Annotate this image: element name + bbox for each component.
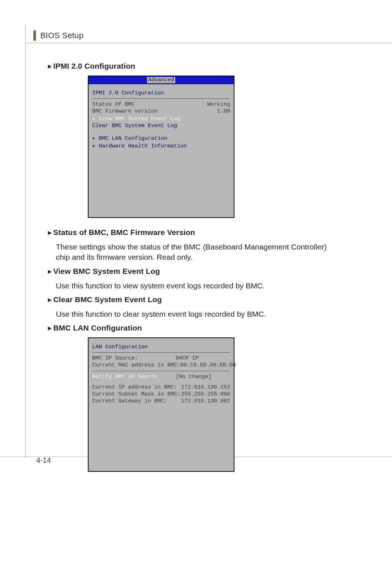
- bios-value-gw: 172.018.130.002: [181, 398, 230, 404]
- bios-label-fw: BMC Firmware version: [92, 108, 158, 114]
- bios-tab-advanced[interactable]: Advanced: [147, 77, 175, 83]
- bios-menu-view-label: View BMC System Event Log: [99, 116, 180, 122]
- divider: [92, 352, 230, 353]
- bios-value-notify: [No change]: [176, 374, 230, 380]
- header-title: BIOS Setup: [40, 31, 83, 40]
- bios-menu-lan-label: BMC LAN Configuration: [99, 135, 167, 142]
- bios-label-mac: Current MAC address in BMC:: [92, 362, 180, 368]
- bios-row-mac: Current MAC address in BMC: 00.C0.DD.00.…: [92, 362, 230, 369]
- triangle-icon: ▸: [48, 62, 52, 70]
- section-desc-status: These settings show the status of the BM…: [56, 242, 332, 263]
- section-title-ipmi-text: IPMI 2.0 Configuration: [53, 62, 135, 70]
- bios-value-src: DHCP IP: [176, 355, 230, 361]
- section-title-status-text: Status of BMC, BMC Firmware Version: [53, 228, 195, 236]
- bios-row-gw: Current Gateway in BMC: 172.018.130.002: [92, 398, 230, 405]
- bios-row-ip: Current IP address in BMC: 172.018.130.2…: [92, 384, 230, 391]
- triangle-icon: ▸: [92, 116, 95, 122]
- bios-row-status: Status Of BMC Working: [92, 101, 230, 108]
- bios-tab-bar: Advanced: [89, 76, 234, 84]
- page-left-rule: [25, 25, 26, 458]
- spacer: [92, 380, 230, 384]
- bios-menu-hw-label: Hardware Health Information: [99, 143, 187, 149]
- header-accent: [33, 31, 36, 41]
- header: BIOS Setup: [33, 31, 83, 41]
- bios-row-notify[interactable]: Notify BMC IP Source [No change]: [92, 373, 230, 380]
- bios-row-src: BMC IP Source: DHCP IP: [92, 355, 230, 362]
- divider: [92, 98, 230, 99]
- section-title-view-text: View BMC System Event Log: [53, 267, 160, 275]
- triangle-icon: ▸: [48, 228, 52, 237]
- bios-menu-hw[interactable]: ▸ Hardware Health Information: [92, 142, 230, 150]
- bios-row-sn: Current Subnet Mask in BMC: 255.255.255.…: [92, 391, 230, 398]
- bios-panel-lan: LAN Configuration BMC IP Source: DHCP IP…: [89, 338, 234, 471]
- section-title-status: ▸Status of BMC, BMC Firmware Version: [48, 228, 374, 237]
- section-title-lan-text: BMC LAN Configuration: [53, 324, 142, 332]
- bios-row-fw: BMC Firmware version 1.08: [92, 108, 230, 115]
- bios-screenshot-lan: LAN Configuration BMC IP Source: DHCP IP…: [88, 337, 234, 472]
- bios-label-notify: Notify BMC IP Source: [92, 374, 158, 380]
- bios-menu-clear[interactable]: Clear BMC System Event Log: [92, 122, 230, 129]
- divider: [92, 371, 230, 371]
- bios-label-status: Status Of BMC: [92, 101, 135, 108]
- bios-value-fw: 1.08: [217, 108, 230, 114]
- bios-value-sn: 255.255.255.000: [181, 391, 230, 397]
- triangle-icon: ▸: [48, 267, 52, 276]
- bios-label-sn: Current Subnet Mask in BMC:: [92, 391, 180, 397]
- triangle-icon: ▸: [48, 324, 52, 332]
- bios-menu-view[interactable]: ▸ View BMC System Event Log: [92, 115, 230, 122]
- bios-panel-title: IPMI 2.0 Configuration: [92, 90, 230, 96]
- section-desc-clear: Use this function to clear system event …: [56, 309, 332, 319]
- bios-label-src: BMC IP Source:: [92, 355, 138, 361]
- triangle-icon: ▸: [92, 143, 95, 149]
- section-title-clear-text: Clear BMC System Event Log: [53, 295, 162, 304]
- page-top-rule: [25, 43, 392, 43]
- section-title-view: ▸View BMC System Event Log: [48, 267, 374, 276]
- triangle-icon: ▸: [92, 135, 95, 142]
- bios-label-ip: Current IP address in BMC:: [92, 384, 177, 390]
- section-title-clear: ▸Clear BMC System Event Log: [48, 295, 374, 304]
- section-title-ipmi: ▸IPMI 2.0 Configuration: [48, 62, 374, 70]
- bios-value-ip: 172.018.130.253: [181, 384, 230, 390]
- bios-value-status: Working: [207, 101, 230, 108]
- section-desc-view: Use this function to view system event l…: [56, 281, 332, 291]
- bios-panel-lan-title: LAN Configuration: [92, 344, 230, 350]
- page-number: 4-14: [36, 456, 51, 465]
- triangle-icon: ▸: [48, 295, 52, 304]
- section-title-lan: ▸BMC LAN Configuration: [48, 324, 374, 332]
- page: BIOS Setup ▸IPMI 2.0 Configuration Advan…: [0, 0, 392, 588]
- page-body: ▸IPMI 2.0 Configuration Advanced IPMI 2.…: [48, 58, 374, 482]
- bios-value-mac: 00.C0.DD.00.EB.D8: [180, 362, 236, 368]
- bios-label-gw: Current Gateway in BMC:: [92, 398, 167, 404]
- bios-menu-clear-label: Clear BMC System Event Log: [92, 123, 177, 129]
- bios-panel: IPMI 2.0 Configuration Status Of BMC Wor…: [89, 84, 234, 217]
- bios-screenshot-ipmi: Advanced IPMI 2.0 Configuration Status O…: [88, 76, 234, 218]
- spacer: [92, 129, 230, 134]
- bios-menu-lan[interactable]: ▸ BMC LAN Configuration: [92, 134, 230, 142]
